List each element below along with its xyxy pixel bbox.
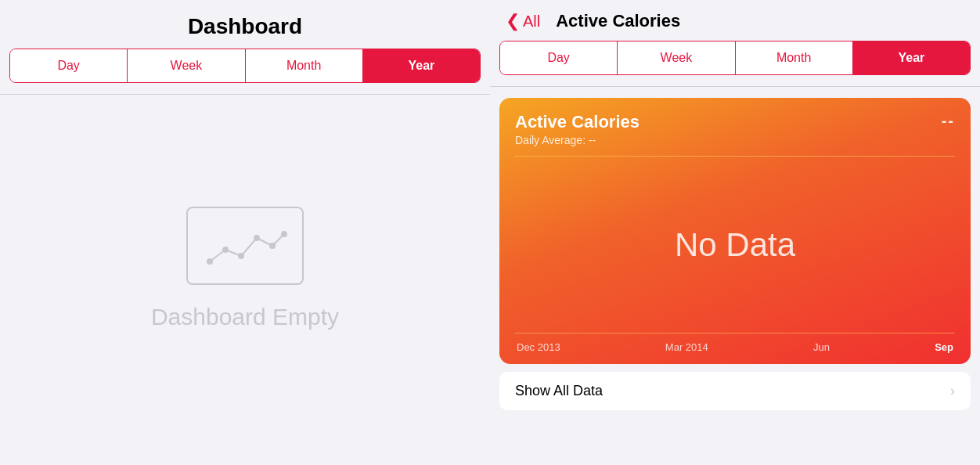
dashboard-title: Dashboard (16, 14, 474, 39)
x-axis-jun: Jun (813, 341, 830, 353)
left-tab-day[interactable]: Day (10, 49, 128, 82)
right-header: ❮ All Active Calories (490, 0, 980, 41)
empty-label: Dashboard Empty (151, 304, 339, 330)
right-panel-title: Active Calories (556, 11, 680, 31)
svg-point-5 (281, 231, 287, 237)
empty-chart-area: Dashboard Empty (151, 95, 339, 465)
card-more-icon[interactable]: -- (942, 112, 955, 130)
left-panel: Dashboard Day Week Month Year (0, 0, 490, 465)
card-title-group: Active Calories Daily Average: -- (515, 112, 640, 146)
card-bottom-divider (515, 333, 955, 333)
show-all-label: Show All Data (515, 383, 603, 399)
svg-point-3 (254, 235, 260, 241)
right-tab-week[interactable]: Week (618, 41, 735, 74)
svg-point-0 (207, 258, 213, 265)
right-tab-month[interactable]: Month (736, 41, 853, 74)
chart-placeholder (186, 207, 304, 285)
back-button[interactable]: ❮ All (506, 13, 540, 31)
left-tab-month[interactable]: Month (246, 49, 363, 82)
back-chevron-icon: ❮ (506, 13, 520, 30)
left-tab-bar: Day Week Month Year (9, 49, 481, 83)
show-all-row[interactable]: Show All Data › (499, 372, 971, 410)
x-axis-mar2014: Mar 2014 (665, 341, 708, 353)
no-data-container: No Data (515, 157, 955, 333)
left-tab-year[interactable]: Year (363, 49, 480, 82)
right-tab-year[interactable]: Year (853, 41, 970, 74)
right-panel: ❮ All Active Calories Day Week Month Yea… (490, 0, 980, 465)
left-tab-week[interactable]: Week (128, 49, 245, 82)
back-label: All (523, 13, 540, 31)
show-all-chevron-icon: › (950, 383, 955, 399)
svg-point-2 (238, 253, 244, 259)
chart-icon (202, 218, 288, 273)
right-divider (490, 86, 980, 87)
card-daily-average: Daily Average: -- (515, 134, 640, 146)
calories-card: Active Calories Daily Average: -- -- No … (499, 98, 971, 364)
svg-point-4 (269, 243, 276, 249)
x-axis-dec2013: Dec 2013 (517, 341, 560, 353)
x-axis-sep: Sep (935, 341, 953, 353)
card-title: Active Calories (515, 112, 640, 132)
right-tab-day[interactable]: Day (500, 41, 618, 74)
card-header: Active Calories Daily Average: -- -- (515, 112, 955, 146)
left-header: Dashboard (0, 0, 490, 49)
svg-point-1 (222, 247, 229, 253)
no-data-label: No Data (675, 226, 795, 264)
right-tab-bar: Day Week Month Year (499, 41, 971, 75)
card-x-axis: Dec 2013 Mar 2014 Jun Sep (515, 341, 955, 353)
